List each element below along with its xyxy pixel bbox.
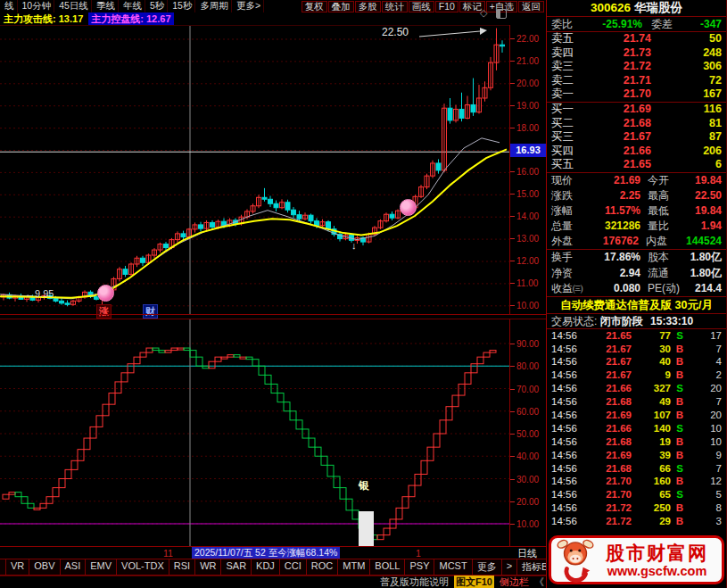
tag-zhang[interactable]: 涨 [96,304,112,319]
period-tab-15秒[interactable]: 15秒 [169,0,195,12]
period-tab-多周期[interactable]: 多周期 [197,0,232,12]
action-button-统计[interactable]: 统计 [382,1,408,12]
main-candle-chart[interactable]: 22.50 ←9.95 ↓ 涨 财 [0,25,509,315]
tick-time: 14:56 [551,369,585,382]
action-button-F10[interactable]: F10 [435,1,459,12]
indicator-tab-OBV[interactable]: OBV [29,559,60,576]
last-price-marker: 16.93 [510,144,546,157]
axis-label: 20.00 [516,496,539,506]
stat-value: 144524 [686,234,722,249]
period-tab-10分钟[interactable]: 10分钟 [20,0,55,12]
ask-volume: 167 [651,87,722,102]
tick-row: 14:5621.6819B10 [547,435,726,449]
indicator-tab-VOL-TDX[interactable]: VOL-TDX [116,559,169,576]
ask-row[interactable]: 卖一21.70167 [547,87,726,102]
stat-value: 1.80亿 [689,250,722,265]
signal-dot-icon [400,199,417,216]
ask-levels: 卖五21.7450卖四21.73248卖三21.72306卖二21.7172卖一… [547,32,726,102]
action-button-复权[interactable]: 复权 [302,1,327,12]
sidebar-link[interactable]: 侧边栏 [500,576,529,588]
tick-count: 4 [689,355,722,369]
tick-time: 14:56 [551,435,585,449]
bid-row[interactable]: 买三21.6787 [547,130,726,145]
high-price-annotation: 22.50 [382,26,409,38]
tick-volume: 29 [632,515,671,528]
indicator-tab-ASI[interactable]: ASI [60,559,87,576]
axis-tick [510,456,515,457]
stock-title: 300626华瑞股份 [547,0,726,17]
period-tab-线[interactable]: 线 [2,0,18,12]
indicator-tab-ROC[interactable]: ROC [306,559,338,576]
tag-cai[interactable]: 财 [143,304,158,319]
bid-volume: 87 [651,130,722,145]
bid-row[interactable]: 买一21.69116 [547,103,726,117]
stat-value: 19.84 [689,173,722,188]
indicator-tab-EMV[interactable]: EMV [85,559,117,576]
tick-row: 14:5621.7065S5 [547,488,726,501]
period-tab-5秒[interactable]: 5秒 [147,0,168,12]
indicator-tab-RSI[interactable]: RSI [169,559,195,576]
tick-price: 21.67 [585,369,632,382]
indicator-tab->[interactable]: > [501,559,517,576]
tick-row: 14:5621.6939B9 [547,449,726,462]
period-tab-更多>[interactable]: 更多> [234,0,264,12]
bid-row[interactable]: 买四21.66206 [547,145,726,159]
promo-banner[interactable]: 自动续费通达信普及版 30元/月 [547,296,726,314]
ask-label: 卖五 [551,32,582,46]
action-buttons: 复权叠加多股统计画线F10标记+自选返回 [302,1,546,12]
bid-price: 21.67 [582,130,651,145]
indicator-tab-KDJ[interactable]: KDJ [251,559,280,576]
tick-price: 21.68 [585,435,632,449]
action-button-返回[interactable]: 返回 [518,1,544,12]
ask-row[interactable]: 卖五21.7450 [547,32,726,46]
tick-row: 14:5621.6849B7 [547,395,726,409]
indicator-sub-chart[interactable]: 银 [0,319,509,546]
period-tab-季线[interactable]: 季线 [94,0,119,12]
help-link[interactable]: 普及版功能说明 [380,576,449,588]
stat-label: 换手 [551,250,591,265]
axis-label: 90.00 [516,339,539,349]
stat-label: 最低 [640,203,689,219]
axis-tick [510,261,515,261]
period-tab-45日线[interactable]: 45日线 [56,0,92,12]
indicator-tab-MCST[interactable]: MCST [434,559,472,576]
trade-status-row: 交易状态: 闭市阶段 15:33:10 [547,314,726,329]
f10-link[interactable]: 图文F10 [454,576,494,588]
indicator-tab-VR[interactable]: VR [5,559,29,576]
axis-tick [510,61,515,62]
tick-row: 14:5621.66140S10 [547,422,726,435]
axis-label: 80.00 [516,361,539,371]
bid-row[interactable]: 买二21.6881 [547,117,726,131]
tick-volume: 40 [632,355,671,369]
axis-tick [510,283,515,284]
period-tab-年线[interactable]: 年线 [120,0,145,12]
collapse-arrow-icon[interactable]: 《 [534,576,544,588]
action-button-多股[interactable]: 多股 [355,1,381,12]
diamond-icon[interactable]: ◇ [480,7,487,19]
indicator-tab-CCI[interactable]: CCI [279,559,307,576]
stat-row: 涨幅11.57%最低19.84 [547,203,726,219]
panel-toggle-icon[interactable] [496,9,507,19]
bid-row[interactable]: 买五21.656 [547,158,726,172]
ask-row[interactable]: 卖四21.73248 [547,46,726,61]
indicator-tab-WR[interactable]: WR [194,559,221,576]
tick-time: 14:56 [551,515,585,528]
tick-list: 14:5621.6577S1714:5621.6730B714:5621.674… [547,329,726,528]
tick-count: 12 [689,475,722,488]
indicator-tab-更多[interactable]: 更多 [472,559,502,576]
bid-volume: 116 [651,103,722,117]
ask-row[interactable]: 卖三21.72306 [547,60,726,74]
tick-count: 9 [689,449,722,462]
tick-row: 14:5621.6577S17 [547,329,726,343]
candlestick-canvas [0,26,509,315]
indicator-tab-PSY[interactable]: PSY [404,559,434,576]
stat-value: 2.25 [591,188,640,203]
ask-price: 21.71 [582,74,651,88]
indicator-tab-MTM[interactable]: MTM [337,559,370,576]
action-button-画线[interactable]: 画线 [409,1,434,12]
indicator-tab-BOLL[interactable]: BOLL [369,559,405,576]
gscfw-logo-banner[interactable]: 股市财富网 www.gscfw.com [549,535,724,584]
action-button-叠加[interactable]: 叠加 [328,1,354,12]
ask-row[interactable]: 卖二21.7172 [547,74,726,88]
indicator-tab-SAR[interactable]: SAR [220,559,252,576]
